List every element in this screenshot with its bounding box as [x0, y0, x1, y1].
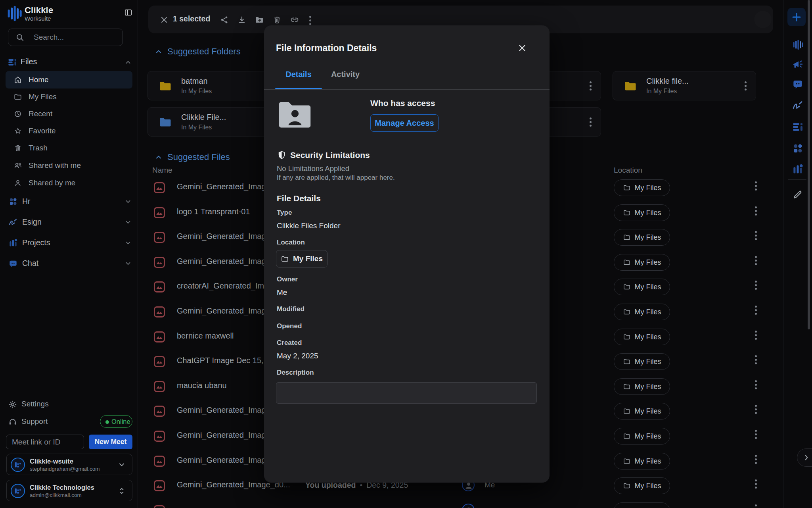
more-options-icon[interactable]	[755, 453, 757, 466]
more-options-icon[interactable]	[309, 14, 312, 27]
who-has-access-title: Who has access	[370, 98, 435, 108]
location-chip[interactable]: My Files	[614, 353, 670, 370]
more-options-icon[interactable]	[590, 80, 592, 92]
meet-link-input[interactable]	[6, 435, 84, 449]
location-chip[interactable]: My Files	[614, 477, 670, 494]
download-icon[interactable]	[237, 15, 247, 25]
settings-label: Settings	[21, 400, 49, 408]
scrollbar-thumb[interactable]	[808, 0, 810, 329]
headset-icon	[8, 417, 17, 427]
more-options-icon[interactable]	[755, 229, 757, 242]
sidebar-item-shared-with-me[interactable]: Shared with me	[6, 157, 132, 174]
more-options-icon[interactable]	[755, 503, 757, 508]
location-chip[interactable]: My Files	[614, 378, 670, 395]
megaphone-icon[interactable]	[790, 57, 806, 73]
sidebar-item-shared-by-me[interactable]: Shared by me	[6, 174, 132, 192]
move-to-folder-icon[interactable]	[255, 15, 264, 25]
delete-icon[interactable]	[272, 15, 282, 25]
location-chip[interactable]: My Files	[614, 329, 670, 345]
location-chip[interactable]: My Files	[276, 250, 327, 267]
folder-card[interactable]: Clikkle file... In My Files	[613, 71, 756, 100]
search-input[interactable]	[34, 29, 119, 46]
more-options-icon[interactable]	[755, 428, 757, 441]
shared-folder-icon	[277, 98, 313, 129]
manage-access-button[interactable]: Manage Access	[370, 114, 439, 132]
clikkle-bars-icon[interactable]	[790, 37, 806, 52]
modal-title: File Information Details	[276, 43, 377, 54]
suggested-folders-header[interactable]: Suggested Folders	[167, 46, 241, 57]
online-status-badge[interactable]: Online	[100, 415, 132, 428]
sidebar-item-my-files[interactable]: My Files	[6, 88, 132, 106]
more-options-icon[interactable]	[755, 304, 757, 316]
esign-signature-icon[interactable]	[790, 98, 806, 114]
files-icon[interactable]	[790, 119, 806, 135]
more-options-icon[interactable]	[755, 379, 757, 391]
sidebar-section-hr[interactable]: Hr	[0, 192, 138, 212]
location-chip-label: My Files	[635, 432, 661, 441]
sidebar-item-favorite[interactable]: Favorite	[6, 122, 132, 140]
close-selection-icon[interactable]	[159, 15, 169, 25]
share-icon[interactable]	[220, 15, 229, 25]
file-name: Gemini_Generated_Imag	[177, 257, 266, 266]
hr-icon[interactable]	[790, 140, 806, 156]
close-icon[interactable]	[514, 40, 530, 56]
location-chip[interactable]: My Files	[614, 428, 670, 444]
tab-activity[interactable]: Activity	[322, 70, 369, 88]
chevron-down-icon	[124, 218, 132, 227]
chevron-down-icon	[124, 259, 132, 268]
sidebar-item-trash[interactable]: Trash	[6, 139, 132, 157]
location-chip[interactable]: My Files	[614, 453, 670, 470]
image-file-icon	[153, 305, 166, 319]
copy-link-icon[interactable]	[290, 15, 299, 25]
location-chip-label: My Files	[635, 184, 661, 192]
location-chip[interactable]: My Files	[614, 254, 670, 271]
location-chip[interactable]: My Files	[614, 304, 670, 320]
section-label: Hr	[22, 197, 31, 206]
more-options-icon[interactable]	[755, 329, 757, 341]
file-row[interactable]: • My Files	[147, 498, 776, 508]
more-options-icon[interactable]	[590, 116, 592, 128]
pencil-icon[interactable]	[790, 187, 806, 202]
location-chip[interactable]: My Files	[614, 179, 670, 196]
location-chip-label: My Files	[635, 457, 661, 466]
folder-icon	[157, 79, 173, 93]
account-card-secondary[interactable]: Clikkle Technologies admin@clikkmail.com	[6, 480, 132, 501]
expand-panel-button[interactable]	[797, 448, 812, 467]
location-chip[interactable]: My Files	[614, 204, 670, 221]
location-chip-label: My Files	[635, 407, 661, 416]
image-file-icon	[153, 479, 166, 493]
more-options-icon[interactable]	[755, 180, 757, 192]
account-card-primary[interactable]: Clikkle-wsuite stephandgraham@gmail.com	[6, 454, 132, 475]
location-chip[interactable]: My Files	[614, 403, 670, 419]
sidebar-section-esign[interactable]: Esign	[0, 213, 138, 232]
more-options-icon[interactable]	[755, 254, 757, 267]
toolbar-end-button[interactable]	[754, 11, 772, 28]
location-chip[interactable]: My Files	[614, 229, 670, 246]
more-options-icon[interactable]	[755, 478, 757, 490]
chevron-down-icon	[124, 197, 132, 206]
files-section-header[interactable]: Files	[0, 54, 138, 70]
sidebar-section-chat[interactable]: Chat	[0, 254, 138, 273]
sidebar-item-recent[interactable]: Recent	[6, 105, 132, 123]
description-input[interactable]	[276, 382, 537, 404]
image-file-icon	[153, 355, 166, 368]
users-icon	[13, 161, 22, 170]
more-options-icon[interactable]	[745, 80, 747, 92]
chat-bot-icon[interactable]	[790, 76, 806, 92]
location-chip[interactable]: My Files	[614, 502, 670, 508]
location-chip[interactable]: My Files	[614, 279, 670, 295]
suggested-files-header[interactable]: Suggested Files	[167, 152, 230, 162]
plus-icon[interactable]	[787, 8, 806, 26]
projects-icon[interactable]	[790, 161, 806, 177]
more-options-icon[interactable]	[755, 354, 757, 366]
tab-details[interactable]: Details	[275, 70, 322, 88]
sidebar-item-home[interactable]: Home	[6, 71, 132, 89]
more-options-icon[interactable]	[755, 403, 757, 416]
more-options-icon[interactable]	[755, 279, 757, 291]
sidebar-item-settings[interactable]: Settings	[0, 396, 138, 414]
sidebar-toggle-icon[interactable]	[124, 8, 133, 17]
more-options-icon[interactable]	[755, 205, 757, 217]
online-dot-icon	[105, 420, 109, 424]
sidebar-section-projects[interactable]: Projects	[0, 234, 138, 253]
new-meet-button[interactable]: New Meet	[89, 435, 132, 449]
